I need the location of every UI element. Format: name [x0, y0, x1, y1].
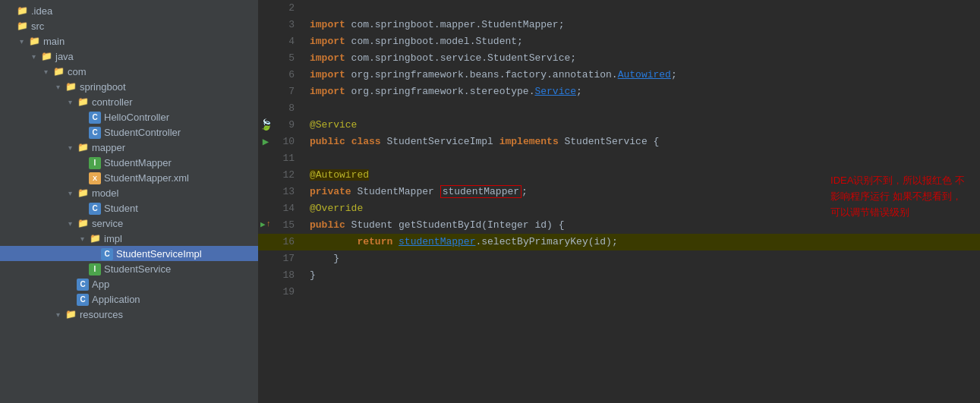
tree-label-StudentMapper: StudentMapper	[104, 157, 172, 168]
sidebar-item-App[interactable]: CApp	[0, 276, 258, 291]
token-import-kw: import	[310, 52, 345, 64]
tree-icon-folder: 📁	[15, 5, 29, 17]
sidebar-item-Student[interactable]: CStudent	[0, 200, 258, 216]
tree-label-mapper: mapper	[92, 142, 125, 153]
line-code-4[interactable]: import com.springboot.model.Student;	[304, 33, 980, 50]
tree-icon-class: C	[88, 126, 102, 138]
tree-label-HelloController: HelloController	[104, 112, 169, 123]
line-number-14: 14	[273, 200, 304, 217]
sidebar-item-service[interactable]: ▾📁service	[0, 216, 258, 231]
gutter-13	[258, 184, 273, 200]
line-number-10: 10	[273, 134, 304, 150]
line-number-4: 4	[273, 33, 304, 50]
code-line-18: 18}	[258, 267, 980, 284]
tree-icon-folder: 📁	[27, 35, 41, 47]
token-link: Autowired	[618, 69, 671, 80]
line-code-16[interactable]: return studentMapper.selectByPrimaryKey(…	[304, 234, 980, 250]
run2-gutter-icon[interactable]: ▶↑	[260, 219, 271, 229]
token-plain	[392, 236, 399, 247]
code-line-5: 5import com.springboot.service.StudentSe…	[258, 50, 980, 67]
line-number-12: 12	[273, 167, 304, 184]
token-plain: ;	[671, 69, 677, 80]
line-code-18[interactable]: }	[304, 267, 980, 284]
tree-arrow: ▾	[39, 68, 52, 76]
sidebar-item-Application[interactable]: CApplication	[0, 291, 258, 307]
token-plain: Student getStudentById(Integer id) {	[345, 219, 565, 231]
tree-arrow: ▾	[27, 52, 39, 61]
gutter-15: ▶↑	[258, 217, 273, 234]
tree-label-service: service	[92, 218, 123, 229]
token-plain: StudentService {	[559, 136, 660, 147]
tree-label-impl: impl	[104, 233, 122, 244]
run-gutter-icon[interactable]: ▶	[263, 136, 269, 148]
line-code-8[interactable]	[304, 100, 980, 117]
token-plain: StudentMapper	[351, 186, 440, 197]
tree-label-resources: resources	[80, 309, 123, 320]
sidebar-item-resources[interactable]: ▾📁resources	[0, 307, 258, 322]
line-code-6[interactable]: import org.springframework.beans.factory…	[304, 67, 980, 83]
tree-icon-folder: 📁	[52, 65, 65, 77]
token-plain: ;	[522, 186, 528, 197]
gutter-7	[258, 83, 273, 100]
sidebar-item-controller[interactable]: ▾📁controller	[0, 94, 258, 109]
line-code-5[interactable]: import com.springboot.service.StudentSer…	[304, 50, 980, 67]
tree-arrow: ▾	[64, 189, 76, 197]
gutter-9: 🍃	[258, 117, 273, 134]
line-number-9: 9	[273, 117, 304, 134]
code-table: 2 3import com.springboot.mapper.StudentM…	[258, 0, 980, 301]
line-number-16: 16	[273, 234, 304, 250]
line-number-8: 8	[273, 100, 304, 117]
sidebar-item-java[interactable]: ▾📁java	[0, 49, 258, 64]
tree-label-springboot: springboot	[80, 81, 126, 93]
code-line-8: 8	[258, 100, 980, 117]
sidebar-item-model[interactable]: ▾📁model	[0, 185, 258, 200]
sidebar-item-StudentController[interactable]: CStudentController	[0, 124, 258, 140]
code-line-10: ▶10public class StudentServiceImpl imple…	[258, 134, 980, 150]
sidebar-item-StudentMapper[interactable]: IStudentMapper	[0, 155, 258, 170]
line-code-17[interactable]: }	[304, 250, 980, 267]
sidebar-item-StudentService[interactable]: IStudentService	[0, 261, 258, 276]
line-code-19[interactable]	[304, 284, 980, 301]
gutter-2	[258, 0, 273, 17]
sidebar-item-impl[interactable]: ▾📁impl	[0, 231, 258, 246]
token-kw: private	[310, 186, 351, 197]
line-number-7: 7	[273, 83, 304, 100]
sidebar-item-StudentMapperXml[interactable]: XStudentMapper.xml	[0, 170, 258, 185]
token-plain: com.springboot.mapper.StudentMapper;	[345, 19, 565, 30]
service-gutter-icon: 🍃	[260, 119, 273, 131]
token-link: Service	[534, 86, 576, 97]
token-plain: org.springframework.stereotype.	[345, 86, 535, 97]
line-code-7[interactable]: import org.springframework.stereotype.Se…	[304, 83, 980, 100]
token-annotation: @Service	[310, 119, 357, 131]
line-code-3[interactable]: import com.springboot.mapper.StudentMapp…	[304, 17, 980, 33]
code-line-16: 16 return studentMapper.selectByPrimaryK…	[258, 234, 980, 250]
sidebar-item-springboot[interactable]: ▾📁springboot	[0, 79, 258, 94]
sidebar-item-com[interactable]: ▾📁com	[0, 64, 258, 79]
tree-icon-folder: 📁	[76, 96, 90, 108]
sidebar-item-HelloController[interactable]: CHelloController	[0, 109, 258, 124]
file-tree[interactable]: 📁.idea📁src▾📁main▾📁java▾📁com▾📁springboot▾…	[0, 0, 258, 403]
gutter-10: ▶	[258, 134, 273, 150]
sidebar-item-StudentServiceImpl[interactable]: CStudentServiceImpl	[0, 246, 258, 261]
tree-icon-folder: 📁	[76, 187, 90, 199]
tree-icon-class: C	[88, 111, 102, 123]
line-code-10[interactable]: public class StudentServiceImpl implemen…	[304, 134, 980, 150]
code-line-19: 19	[258, 284, 980, 301]
line-code-2[interactable]	[304, 0, 980, 17]
code-line-17: 17 }	[258, 250, 980, 267]
token-kw: class	[351, 136, 381, 147]
token-kw: public	[310, 219, 345, 231]
token-plain	[345, 136, 351, 147]
sidebar-item-mapper[interactable]: ▾📁mapper	[0, 140, 258, 155]
gutter-3	[258, 17, 273, 33]
sidebar-item-src[interactable]: 📁src	[0, 18, 258, 33]
gutter-6	[258, 67, 273, 83]
line-code-11[interactable]	[304, 150, 980, 167]
tree-label-StudentService: StudentService	[104, 263, 171, 275]
sidebar-item-main[interactable]: ▾📁main	[0, 33, 258, 49]
line-code-9[interactable]: @Service	[304, 117, 980, 134]
token-import-kw: import	[310, 36, 345, 47]
line-number-18: 18	[273, 267, 304, 284]
code-line-6: 6import org.springframework.beans.factor…	[258, 67, 980, 83]
sidebar-item-idea[interactable]: 📁.idea	[0, 3, 258, 18]
